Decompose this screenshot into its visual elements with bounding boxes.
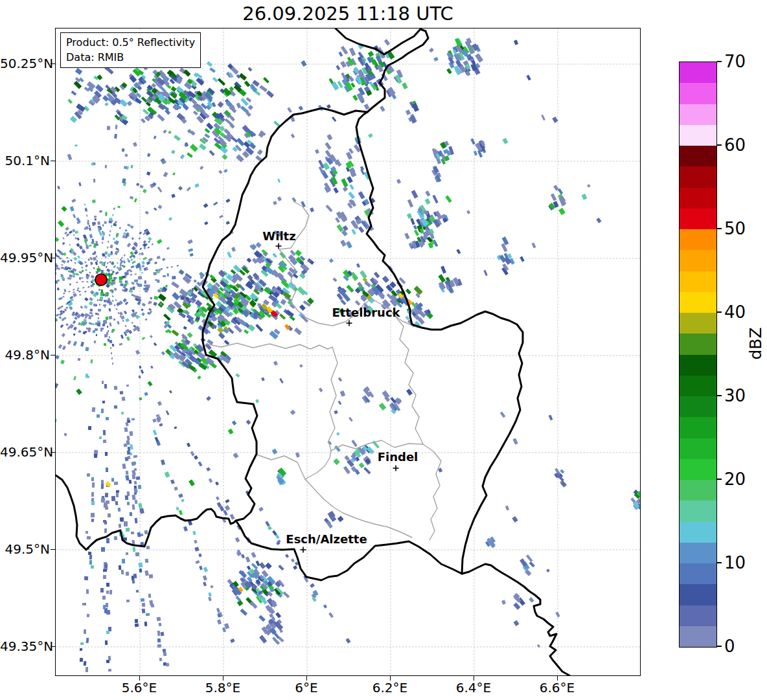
city-markers-layer [56, 28, 641, 676]
lat-tick-label: 49.5°N [0, 541, 50, 557]
colorbar-segment [680, 480, 716, 501]
colorbar-segment [680, 522, 716, 543]
radar-map-canvas: WiltzEttelbruckFindelEsch/Alzette Produc… [55, 28, 641, 676]
colorbar-tick-label: 40 [724, 302, 746, 322]
axis-tickmark [139, 676, 140, 681]
colorbar-segment [680, 543, 716, 563]
lat-tick-label: 49.95°N [0, 250, 50, 265]
colorbar-segment [680, 292, 716, 313]
axis-tickmark [390, 676, 391, 681]
axis-tickmark [51, 63, 55, 64]
axis-tickmark [51, 646, 55, 647]
data-source-line: Data: RMIB [66, 50, 195, 65]
colorbar-tick-label: 60 [724, 135, 746, 155]
colorbar-segment [680, 166, 716, 187]
radar-map-page: { "title": "26.09.2025 11:18 UTC", "info… [0, 0, 767, 700]
colorbar-segment [680, 333, 716, 354]
city-label: Ettelbruck [332, 306, 400, 319]
lat-tick-label: 50.1°N [0, 153, 50, 168]
colorbar-segment [680, 229, 716, 250]
colorbar-segment [680, 438, 716, 459]
axis-tickmark [557, 676, 558, 681]
product-line: Product: 0.5° Reflectivity [66, 35, 195, 50]
axis-tickmark [223, 676, 223, 681]
lon-tick-label: 6°E [277, 680, 336, 695]
colorbar-segment [680, 83, 716, 104]
colorbar-segment [680, 459, 716, 480]
lon-tick-label: 6.6°E [528, 680, 586, 695]
colorbar-segment [680, 250, 716, 271]
colorbar-segment [680, 62, 716, 83]
axis-tickmark [51, 161, 55, 161]
colorbar-tickmark [717, 311, 722, 312]
lat-tick-label: 49.35°N [0, 638, 50, 654]
colorbar-segment [680, 501, 716, 521]
map-title: 26.09.2025 11:18 UTC [55, 3, 641, 25]
colorbar-segment [680, 626, 716, 647]
lon-tick-label: 5.6°E [110, 680, 168, 695]
colorbar-segment [680, 313, 716, 333]
colorbar-segment [680, 188, 716, 209]
radar-site-dot [95, 274, 107, 286]
axis-tickmark [474, 676, 474, 681]
city-label: Esch/Alzette [286, 532, 367, 546]
axis-tickmark [51, 355, 55, 356]
colorbar-segment [680, 104, 716, 125]
colorbar-tickmark [717, 646, 722, 646]
colorbar [679, 62, 717, 648]
colorbar-tick-label: 30 [724, 386, 746, 405]
colorbar-segment [680, 376, 716, 396]
colorbar-segment [680, 563, 716, 584]
lat-tick-label: 49.8°N [0, 347, 50, 363]
city-label: Findel [378, 450, 418, 464]
colorbar-tick-label: 10 [724, 553, 746, 572]
lat-tick-label: 50.25°N [0, 56, 50, 71]
colorbar-tick-label: 20 [724, 469, 746, 489]
colorbar-segment [680, 209, 716, 229]
lon-tick-label: 5.8°E [194, 680, 252, 695]
colorbar-tickmark [717, 562, 722, 563]
axis-tickmark [51, 258, 55, 258]
colorbar-tick-label: 0 [724, 637, 735, 656]
colorbar-segment [680, 584, 716, 605]
colorbar-tickmark [717, 395, 722, 396]
colorbar-segment [680, 355, 716, 376]
axis-tickmark [51, 549, 55, 550]
colorbar-tickmark [717, 61, 722, 62]
colorbar-tick-label: 50 [724, 219, 746, 238]
colorbar-unit-label: dBZ [746, 324, 765, 363]
colorbar-segment [680, 605, 716, 626]
city-label: Wiltz [262, 229, 295, 243]
colorbar-segment [680, 271, 716, 292]
axis-tickmark [51, 452, 55, 453]
colorbar-tickmark [717, 228, 722, 229]
product-info-box: Product: 0.5° Reflectivity Data: RMIB [60, 32, 201, 68]
colorbar-segment [680, 396, 716, 417]
colorbar-tickmark [717, 479, 722, 479]
colorbar-tickmark [717, 144, 722, 145]
axis-tickmark [306, 676, 307, 681]
lat-tick-label: 49.65°N [0, 444, 50, 460]
lon-tick-label: 6.2°E [361, 680, 419, 695]
colorbar-segment [680, 125, 716, 146]
colorbar-segment [680, 417, 716, 438]
colorbar-segment [680, 146, 716, 166]
lon-tick-label: 6.4°E [444, 680, 503, 695]
colorbar-tick-label: 70 [724, 52, 746, 71]
